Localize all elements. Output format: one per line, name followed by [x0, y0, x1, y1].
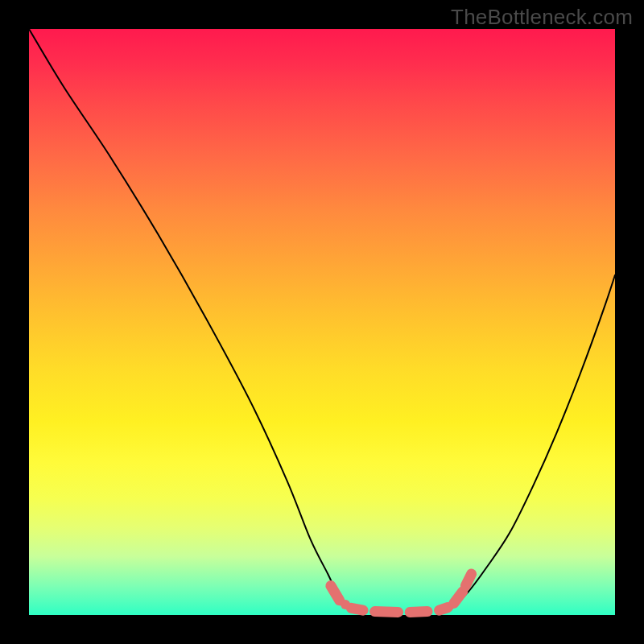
highlight-segment — [465, 574, 471, 586]
chart-plot-area — [29, 29, 615, 615]
curve-left-branch — [29, 29, 351, 609]
highlight-dot — [341, 600, 350, 609]
highlight-segment — [375, 612, 398, 613]
chart-svg — [29, 29, 615, 615]
highlight-segment — [331, 586, 340, 601]
watermark-text: TheBottleneck.com — [451, 5, 633, 30]
curve-right-branch — [451, 275, 615, 609]
highlight-segment — [454, 592, 463, 604]
highlight-segment — [351, 608, 363, 610]
highlight-segment — [440, 608, 448, 611]
highlight-segment — [410, 612, 427, 613]
highlight-markers — [331, 574, 472, 612]
